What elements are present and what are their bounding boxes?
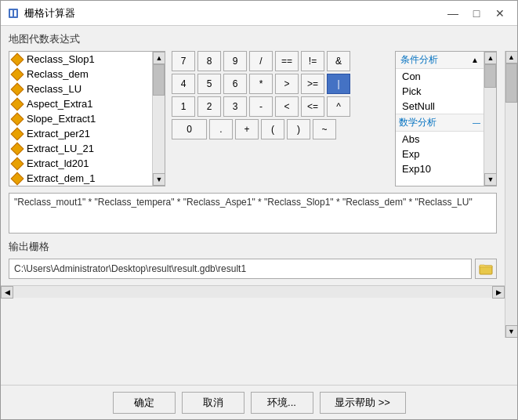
list-item[interactable]: Extract_LU_21 <box>9 141 152 156</box>
list-scrollbar: ▲ ▼ <box>152 52 165 186</box>
layer-name: Extract_ld201 <box>27 158 89 169</box>
output-row <box>9 259 497 279</box>
btn-dot[interactable]: . <box>209 119 233 139</box>
win-scroll-up[interactable]: ▲ <box>505 51 518 63</box>
btn-divide[interactable]: / <box>249 51 273 71</box>
scroll-down-arrow[interactable]: ▼ <box>153 173 165 186</box>
expression-text: "Reclass_mout1" * "Reclass_tempera" * "R… <box>14 197 473 208</box>
btn-plus[interactable]: + <box>235 119 259 139</box>
btn-eq[interactable]: == <box>275 51 299 71</box>
layer-icon <box>11 142 24 155</box>
layer-name: Extract_per21 <box>27 128 90 139</box>
list-item[interactable]: Reclass_LU <box>9 81 152 96</box>
btn-and[interactable]: & <box>327 51 350 71</box>
cond-pick[interactable]: Pick <box>396 84 484 99</box>
btn-0[interactable]: 0 <box>172 119 207 139</box>
math-header: 数学分析 — <box>396 114 484 132</box>
btn-minus[interactable]: - <box>249 96 273 117</box>
layer-name: Reclass_Slop1 <box>27 53 95 65</box>
btn-gt[interactable]: > <box>275 74 299 94</box>
btn-5[interactable]: 5 <box>197 74 221 94</box>
btn-lt[interactable]: < <box>275 96 299 117</box>
cond-setnull[interactable]: SetNull <box>396 99 484 114</box>
win-scroll-thumb[interactable] <box>505 63 517 103</box>
cond-scroll-down[interactable]: ▼ <box>484 173 496 186</box>
list-item[interactable]: Extract_per21 <box>9 126 152 141</box>
conditions-header: 条件分析 ▲ <box>396 52 484 69</box>
btn-gte[interactable]: >= <box>301 74 324 94</box>
layer-icon <box>11 97 24 110</box>
cond-exp10[interactable]: Exp10 <box>396 161 484 176</box>
calc-row-3: 1 2 3 - < <= ^ <box>172 96 389 117</box>
confirm-button[interactable]: 确定 <box>113 392 176 414</box>
btn-7[interactable]: 7 <box>172 51 195 71</box>
conditions-list-area: 条件分析 ▲ Con Pick SetNull 数学分析 — <box>396 52 484 186</box>
layer-name: Slope_Extract1 <box>27 113 96 125</box>
list-item[interactable]: Reclass_Slop1 <box>9 52 152 67</box>
btn-tilde[interactable]: ~ <box>313 119 336 139</box>
browse-button[interactable] <box>475 259 497 279</box>
scroll-thumb[interactable] <box>153 64 165 96</box>
layer-name: Extract_LU_21 <box>27 143 94 154</box>
cond-scroll-up[interactable]: ▲ <box>484 52 496 64</box>
output-label: 输出栅格 <box>9 240 497 254</box>
btn-lte[interactable]: <= <box>301 96 324 117</box>
scroll-track <box>153 64 165 173</box>
window-vscrollbar: ▲ ▼ <box>505 51 517 338</box>
svg-rect-0 <box>9 9 18 18</box>
layer-list-items: Reclass_Slop1 Reclass_dem Reclass_LU <box>9 52 152 186</box>
layer-list-container: Reclass_Slop1 Reclass_dem Reclass_LU <box>9 51 165 186</box>
list-item[interactable]: Slope_Extract1 <box>9 111 152 126</box>
btn-or[interactable]: | <box>327 74 350 94</box>
list-item[interactable]: Reclass_dem <box>9 67 152 81</box>
horizontal-scrollbar: ◀ ▶ <box>1 285 505 298</box>
map-algebra-label: 地图代数表达式 <box>9 32 497 46</box>
expression-area[interactable]: "Reclass_mout1" * "Reclass_tempera" * "R… <box>9 193 497 234</box>
list-item[interactable]: Aspect_Extra1 <box>9 96 152 111</box>
window-controls: — □ ✕ <box>442 4 511 23</box>
btn-8[interactable]: 8 <box>197 51 221 71</box>
output-path-input[interactable] <box>9 259 472 279</box>
app-icon <box>7 7 20 20</box>
minimize-button[interactable]: — <box>442 4 464 23</box>
btn-rparen[interactable]: ) <box>287 119 310 139</box>
collapse-icon[interactable]: ▲ <box>471 56 479 64</box>
btn-caret[interactable]: ^ <box>327 96 350 117</box>
list-item[interactable]: Extract_ld201 <box>9 156 152 171</box>
win-scroll-down[interactable]: ▼ <box>505 325 518 338</box>
layer-icon <box>11 82 24 96</box>
btn-neq[interactable]: != <box>301 51 324 71</box>
env-button[interactable]: 环境... <box>251 392 313 414</box>
btn-4[interactable]: 4 <box>172 74 195 94</box>
cancel-button[interactable]: 取消 <box>182 392 245 414</box>
maximize-button[interactable]: □ <box>465 4 487 23</box>
calc-row-4: 0 . + ( ) ~ <box>172 119 389 139</box>
btn-multiply[interactable]: * <box>249 74 273 94</box>
btn-lparen[interactable]: ( <box>261 119 284 139</box>
conditions-scrollbar: ▲ ▼ <box>484 52 496 186</box>
layer-name: Aspect_Extra1 <box>27 98 93 110</box>
layer-icon <box>11 67 24 81</box>
layer-icon <box>11 172 24 185</box>
math-expand-icon[interactable]: — <box>473 118 480 127</box>
cond-con[interactable]: Con <box>396 69 484 84</box>
layer-icon <box>11 127 24 140</box>
btn-9[interactable]: 9 <box>223 51 247 71</box>
layer-name: Extract_dem_1 <box>27 172 95 184</box>
window-title: 栅格计算器 <box>24 6 442 20</box>
cond-exp[interactable]: Exp <box>396 147 484 161</box>
scroll-up-arrow[interactable]: ▲ <box>153 52 165 64</box>
btn-3[interactable]: 3 <box>223 96 247 117</box>
btn-1[interactable]: 1 <box>172 96 195 117</box>
btn-6[interactable]: 6 <box>223 74 247 94</box>
btn-2[interactable]: 2 <box>197 96 221 117</box>
list-item[interactable]: Extract_dem_1 <box>9 171 152 186</box>
help-button[interactable]: 显示帮助 >> <box>320 392 406 414</box>
hscroll-left-arrow[interactable]: ◀ <box>1 286 13 299</box>
hscroll-right-arrow[interactable]: ▶ <box>492 286 505 299</box>
close-button[interactable]: ✕ <box>489 4 511 23</box>
win-scroll-track <box>505 63 517 325</box>
cond-scroll-thumb[interactable] <box>484 64 496 88</box>
title-bar: 栅格计算器 — □ ✕ <box>1 1 517 26</box>
cond-abs[interactable]: Abs <box>396 132 484 147</box>
